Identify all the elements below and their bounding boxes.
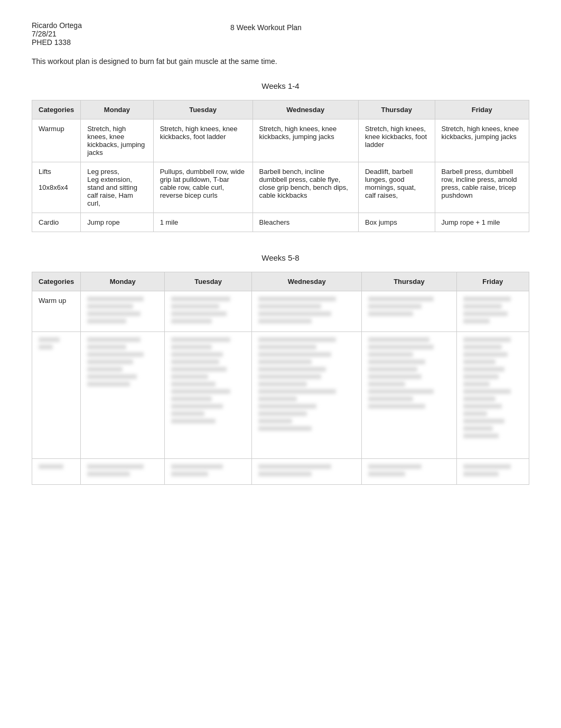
row-friday-blurred [456, 332, 529, 459]
row-category-blurred [32, 332, 81, 459]
row-friday-blurred [456, 291, 529, 332]
row-category: Cardio [32, 213, 81, 232]
col-tuesday: Tuesday [153, 100, 253, 119]
date: 7/28/21 [32, 30, 82, 38]
table-row: Warm up [32, 291, 529, 332]
row-wednesday: Barbell bench, incline dumbbell press, c… [253, 162, 358, 213]
row-monday: Leg press,Leg extension, stand and sitti… [81, 162, 153, 213]
row-monday: Jump rope [81, 213, 153, 232]
row-category: Lifts10x8x6x4 [32, 162, 81, 213]
col-monday: Monday [81, 272, 165, 291]
table-row [32, 459, 529, 485]
row-thursday: Box jumps [358, 213, 435, 232]
row-category: Warmup [32, 119, 81, 162]
row-wednesday: Bleachers [253, 213, 358, 232]
row-friday: Barbell press, dumbbell row, incline pre… [435, 162, 529, 213]
row-wednesday-blurred [252, 459, 362, 485]
table-row: Lifts10x8x6x4 Leg press,Leg extension, s… [32, 162, 529, 213]
row-thursday: Stretch, high knees, knee kickbacks, foo… [358, 119, 435, 162]
row-monday: Stretch, high knees, knee kickbacks, jum… [81, 119, 153, 162]
row-category: Warm up [32, 291, 81, 332]
weeks58-title: Weeks 5-8 [32, 253, 529, 262]
row-wednesday: Stretch, high knees, knee kickbacks, jum… [253, 119, 358, 162]
row-monday-blurred [81, 459, 165, 485]
row-tuesday: Pullups, dumbbell row, wide grip lat pul… [153, 162, 253, 213]
row-thursday-blurred [362, 332, 456, 459]
row-category-blurred [32, 459, 81, 485]
table-row [32, 332, 529, 459]
col-monday: Monday [81, 100, 153, 119]
row-monday-blurred [81, 291, 165, 332]
header-left: Ricardo Ortega 7/28/21 PHED 1338 [32, 21, 82, 47]
row-friday: Stretch, high knees, knee kickbacks, jum… [435, 119, 529, 162]
col-tuesday: Tuesday [165, 272, 252, 291]
col-wednesday: Wednesday [252, 272, 362, 291]
col-wednesday: Wednesday [253, 100, 358, 119]
col-friday: Friday [456, 272, 529, 291]
weeks58-table: Categories Monday Tuesday Wednesday Thur… [32, 272, 529, 485]
row-friday: Jump rope + 1 mile [435, 213, 529, 232]
page-header: Ricardo Ortega 7/28/21 PHED 1338 8 Week … [32, 21, 529, 47]
row-wednesday-blurred [252, 332, 362, 459]
col-categories: Categories [32, 272, 81, 291]
row-tuesday-blurred [165, 459, 252, 485]
row-monday-blurred [81, 332, 165, 459]
table-header-row: Categories Monday Tuesday Wednesday Thur… [32, 272, 529, 291]
description: This workout plan is designed to burn fa… [32, 57, 529, 66]
row-thursday: Deadlift, barbell lunges, good mornings,… [358, 162, 435, 213]
col-friday: Friday [435, 100, 529, 119]
row-tuesday: Stretch, high knees, knee kickbacks, foo… [153, 119, 253, 162]
row-thursday-blurred [362, 291, 456, 332]
col-thursday: Thursday [358, 100, 435, 119]
table-header-row: Categories Monday Tuesday Wednesday Thur… [32, 100, 529, 119]
col-categories: Categories [32, 100, 81, 119]
row-thursday-blurred [362, 459, 456, 485]
author-name: Ricardo Ortega [32, 21, 82, 30]
course: PHED 1338 [32, 38, 82, 47]
table-row: Cardio Jump rope 1 mile Bleachers Box ju… [32, 213, 529, 232]
row-wednesday-blurred [252, 291, 362, 332]
row-tuesday: 1 mile [153, 213, 253, 232]
table-row: Warmup Stretch, high knees, knee kickbac… [32, 119, 529, 162]
weeks14-table: Categories Monday Tuesday Wednesday Thur… [32, 100, 529, 232]
row-tuesday-blurred [165, 332, 252, 459]
row-tuesday-blurred [165, 291, 252, 332]
row-friday-blurred [456, 459, 529, 485]
weeks14-title: Weeks 1-4 [32, 81, 529, 90]
col-thursday: Thursday [362, 272, 456, 291]
document-title: 8 Week Workout Plan [230, 21, 302, 47]
